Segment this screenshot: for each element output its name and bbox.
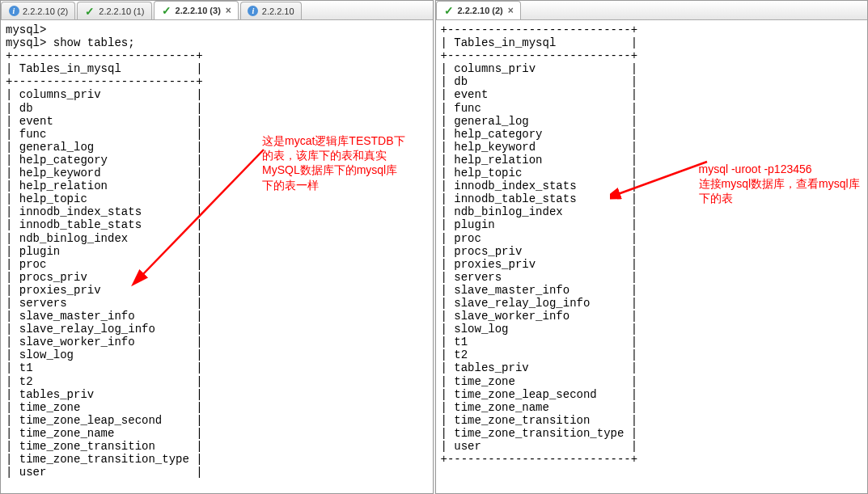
left-tab-0[interactable]: i2.2.2.10 (2) bbox=[1, 2, 75, 19]
terminal-output: mysql> mysql> show tables; +------------… bbox=[6, 23, 428, 479]
check-icon: ✓ bbox=[162, 4, 171, 17]
left-pane: i2.2.2.10 (2)✓2.2.2.10 (1)✓2.2.2.10 (3)×… bbox=[0, 0, 434, 494]
left-tab-1[interactable]: ✓2.2.2.10 (1) bbox=[77, 2, 151, 19]
close-icon[interactable]: × bbox=[508, 5, 514, 16]
right-tab-0[interactable]: ✓2.2.2.10 (2)× bbox=[436, 1, 521, 19]
right-pane: ✓2.2.2.10 (2)× +------------------------… bbox=[435, 0, 869, 494]
tab-label: 2.2.2.10 (2) bbox=[23, 6, 68, 16]
info-icon: i bbox=[9, 6, 19, 16]
check-icon: ✓ bbox=[85, 5, 95, 18]
left-tab-2[interactable]: ✓2.2.2.10 (3)× bbox=[154, 1, 239, 19]
tab-label: 2.2.2.10 (3) bbox=[176, 6, 221, 15]
info-icon: i bbox=[248, 6, 258, 16]
close-icon[interactable]: × bbox=[226, 5, 231, 16]
right-terminal[interactable]: +---------------------------+ | Tables_i… bbox=[436, 20, 868, 493]
tab-label: 2.2.2.10 bbox=[262, 6, 294, 16]
right-tabbar: ✓2.2.2.10 (2)× bbox=[436, 1, 868, 20]
left-tab-3[interactable]: i2.2.2.10 bbox=[240, 2, 302, 19]
check-icon: ✓ bbox=[444, 4, 454, 17]
left-terminal[interactable]: mysql> mysql> show tables; +------------… bbox=[1, 20, 433, 493]
left-tabbar: i2.2.2.10 (2)✓2.2.2.10 (1)✓2.2.2.10 (3)×… bbox=[1, 1, 433, 20]
terminal-output: +---------------------------+ | Tables_i… bbox=[441, 23, 863, 466]
tab-label: 2.2.2.10 (1) bbox=[99, 6, 144, 16]
tab-label: 2.2.2.10 (2) bbox=[458, 6, 503, 15]
